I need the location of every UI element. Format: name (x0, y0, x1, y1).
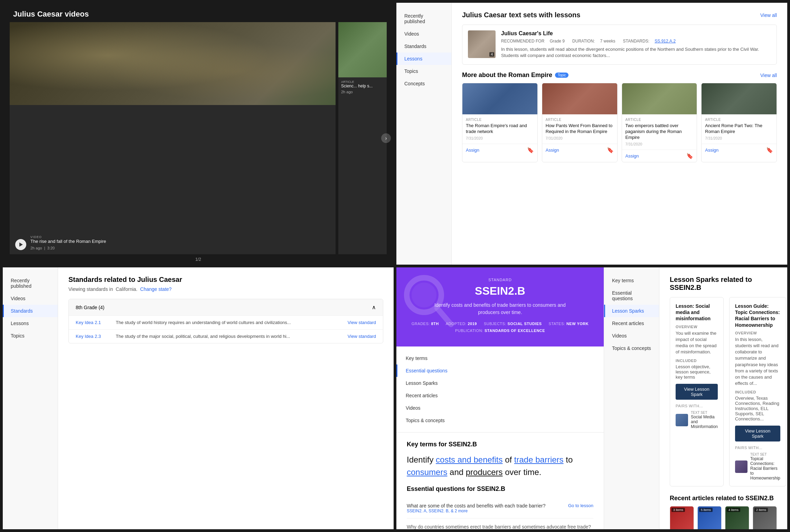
key-idea-1[interactable]: Key Idea 2.1 (76, 320, 110, 325)
lesson-thumbnail: 4 (468, 30, 496, 58)
recent-article-2[interactable]: 5 items Associated Press 3d ago Why is i… (697, 506, 722, 529)
pairs-info-2: TEXT SET Topical Connections: Racial Bar… (750, 453, 780, 481)
q3-sidebar-standards[interactable]: Standards (3, 305, 58, 317)
sidebar-videos[interactable]: Videos (396, 28, 451, 40)
recent-article-thumb-2: 5 items (698, 506, 721, 529)
nav-videos[interactable]: Videos (396, 402, 604, 414)
second-eq: Why do countries sometimes erect trade b… (407, 519, 593, 529)
standards-value[interactable]: SS.912.A.2 (655, 39, 676, 44)
view-standard-2[interactable]: View standard (335, 334, 376, 339)
bookmark-icon-3[interactable]: 🔖 (686, 153, 693, 159)
recent-article-4[interactable]: 2 items Associated Press 2d ago As world… (753, 506, 777, 529)
article-actions-1: Assign 🔖 (462, 144, 537, 156)
view-spark-btn-2[interactable]: View Lesson Spark (735, 426, 780, 441)
pairs-text-2[interactable]: Topical Connections: Racial Barriers to … (750, 456, 780, 481)
assign-button-3[interactable]: Assign (626, 153, 639, 159)
right-sidebar-recent-articles[interactable]: Recent articles (604, 317, 659, 330)
adopted-meta: ADOPTED: 2019 (446, 322, 477, 326)
standard-row-2: Key Idea 2.3 The study of the major soci… (69, 329, 383, 343)
sidebar-concepts[interactable]: Concepts (396, 77, 451, 90)
right-sidebar-key-terms[interactable]: Key terms (604, 274, 659, 287)
article-card-1[interactable]: ARTICLE The Roman Empire's road and trad… (462, 83, 538, 162)
duration-value: 7 weeks (600, 39, 615, 44)
q3-sidebar-topics[interactable]: Topics (3, 330, 58, 342)
view-spark-btn-1[interactable]: View Lesson Spark (676, 384, 718, 400)
grade-header[interactable]: 8th Grade (4) (69, 299, 383, 315)
q1-pagination: 1/2 (3, 254, 394, 265)
recommended-grade: Grade 9 (550, 39, 565, 44)
play-button[interactable] (15, 239, 26, 250)
view-all-link[interactable]: View all (760, 12, 777, 18)
assign-button-4[interactable]: Assign (705, 148, 718, 153)
producers-term: producers (466, 467, 503, 477)
articles-grid: ARTICLE The Roman Empire's road and trad… (462, 83, 777, 162)
sidebar-recently-published[interactable]: Recently published (396, 10, 451, 28)
grade-label: 8th Grade (4) (76, 305, 104, 310)
eq-tags-1[interactable]: SSEIN2. A, SSEIN2. B, & 2 more (407, 509, 546, 513)
pairs-item-2: TEXT SET Topical Connections: Racial Bar… (735, 453, 780, 481)
recent-article-1[interactable]: 3 items Associated Press 2d ago Does Rai… (670, 506, 694, 529)
go-to-lesson-link[interactable]: Go to lesson (568, 503, 593, 508)
spark-card-2: Lesson Guide: Topic Connections: Racial … (729, 297, 786, 486)
right-sidebar-lesson-sparks[interactable]: Lesson Sparks (604, 305, 659, 317)
q4-right-inner: Key terms Essential questions Lesson Spa… (604, 267, 787, 529)
video-time-ago: 2h ago (30, 246, 42, 250)
lesson-meta: RECOMMENDED FOR Grade 9 DURATION: 7 week… (501, 39, 771, 44)
article-card-3[interactable]: ARTICLE Two emperors battled over pagani… (622, 83, 697, 162)
lesson-title[interactable]: Julius Caesar's Life (501, 30, 771, 37)
recent-articles-title: Recent articles related to SSEIN2.B (670, 495, 777, 502)
right-sidebar-essential-questions[interactable]: Essential questions (604, 287, 659, 305)
essential-q-title: Essential questions for SSEIN2.B (407, 485, 593, 493)
std-desc-1: The study of world history requires an u… (116, 320, 329, 325)
spark-title-2: Lesson Guide: Topic Connections: Racial … (735, 303, 780, 328)
q3-sidebar-videos[interactable]: Videos (3, 292, 58, 305)
pairs-text-1[interactable]: Social Media and Misinformation (691, 415, 718, 429)
q2-julius-caesar-lessons: Recently published Videos Standards Less… (396, 3, 787, 265)
key-idea-2[interactable]: Key Idea 2.3 (76, 334, 110, 339)
q4-left-nav: Key terms Essential questions Lesson Spa… (396, 346, 604, 433)
article-type-4: ARTICLE (705, 118, 773, 122)
bookmark-icon-2[interactable]: 🔖 (607, 147, 614, 153)
spark-included-label-2: Included (735, 390, 780, 394)
pairs-type-2: TEXT SET (750, 453, 780, 456)
sidebar-topics[interactable]: Topics (396, 65, 451, 77)
article-actions-2: Assign 🔖 (542, 144, 617, 156)
recent-article-thumb-1: 3 items (670, 506, 694, 529)
bookmark-icon-4[interactable]: 🔖 (766, 147, 773, 153)
nav-essential-questions[interactable]: Essential questions (396, 364, 604, 377)
assign-button-2[interactable]: Assign (546, 148, 559, 153)
article-card-2[interactable]: ARTICLE How Pants Went From Banned to Re… (542, 83, 618, 162)
q1-main-video[interactable]: VIDEO The rise and fall of the Roman Emp… (10, 22, 336, 254)
q3-sidebar-recently-published[interactable]: Recently published (3, 274, 58, 292)
nav-lesson-sparks[interactable]: Lesson Sparks (396, 377, 604, 389)
article-card-4[interactable]: ARTICLE Ancient Rome Part Two: The Roman… (701, 83, 777, 162)
change-state-link[interactable]: Change state? (140, 286, 172, 292)
state-name: California. (116, 286, 138, 292)
right-sidebar-topics-concepts[interactable]: Topics & concepts (604, 342, 659, 354)
assign-button-1[interactable]: Assign (466, 148, 479, 153)
pairs-with-label-1: Pairs with... (676, 404, 718, 408)
article-date-2: 7/31/2020 (546, 136, 614, 140)
recent-article-3[interactable]: 4 items Associated Press 2d ago Goodbye … (725, 506, 749, 529)
nav-recent-articles[interactable]: Recent articles (396, 389, 604, 402)
more-view-all[interactable]: View all (760, 73, 777, 78)
nav-topics-concepts[interactable]: Topics & concepts (396, 414, 604, 427)
q1-side-article[interactable]: ARTICLE Scienc... help s... 2h ago (338, 22, 387, 254)
nav-key-terms[interactable]: Key terms (396, 352, 604, 364)
next-arrow[interactable]: › (381, 133, 391, 143)
q4-ssein2b-standard: STANDARD SSEIN2.B Identify costs and ben… (396, 267, 787, 529)
q4-left-panel: STANDARD SSEIN2.B Identify costs and ben… (396, 267, 604, 529)
q3-sidebar-lessons[interactable]: Lessons (3, 317, 58, 330)
q1-julius-caesar-videos: Julius Caesar videos VIDEO The rise and … (3, 3, 394, 265)
q4-right-main: Lesson Sparks related to SSEIN2.B Lesson… (659, 267, 787, 529)
right-sidebar-videos[interactable]: Videos (604, 330, 659, 342)
article-actions-4: Assign 🔖 (702, 144, 777, 156)
sidebar-lessons[interactable]: Lessons (396, 53, 451, 65)
key-terms-title: Key terms for SSEIN2.B (407, 441, 593, 448)
article-date-1: 7/31/2020 (466, 136, 534, 140)
sidebar-standards[interactable]: Standards (396, 40, 451, 53)
article-title-3: Two emperors battled over paganism durin… (626, 123, 694, 141)
bookmark-icon-1[interactable]: 🔖 (527, 147, 534, 153)
std-meta-row: GRADES: 8TH ADOPTED: 2019 SUBJECTS: SOCI… (410, 322, 590, 326)
view-standard-1[interactable]: View standard (335, 320, 376, 325)
